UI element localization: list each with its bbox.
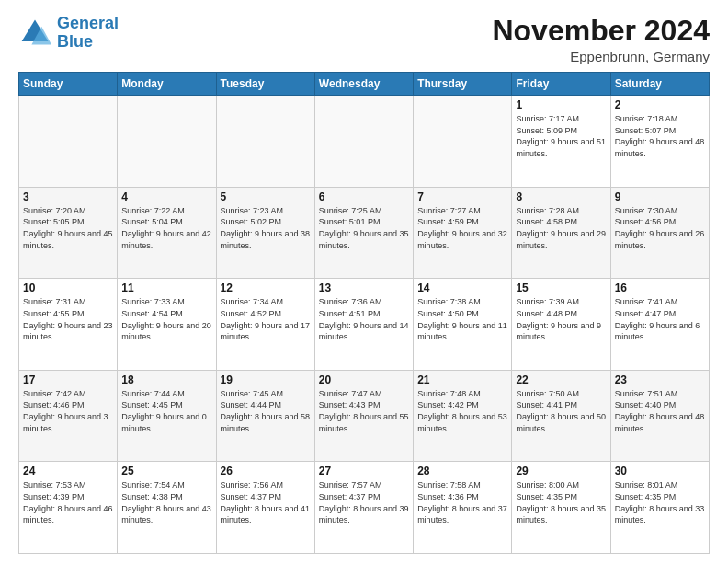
calendar-cell: 28Sunrise: 7:58 AM Sunset: 4:36 PM Dayli… [414,462,512,554]
day-info: Sunrise: 7:28 AM Sunset: 4:58 PM Dayligh… [516,205,606,251]
calendar-cell [19,96,118,188]
day-info: Sunrise: 7:23 AM Sunset: 5:02 PM Dayligh… [221,205,311,251]
calendar-cell: 9Sunrise: 7:30 AM Sunset: 4:56 PM Daylig… [610,187,709,279]
day-number: 12 [221,282,311,294]
day-info: Sunrise: 7:44 AM Sunset: 4:45 PM Dayligh… [121,388,211,434]
calendar-cell: 16Sunrise: 7:41 AM Sunset: 4:47 PM Dayli… [610,279,709,371]
subtitle: Eppenbrunn, Germany [492,49,710,64]
calendar-week-row: 17Sunrise: 7:42 AM Sunset: 4:46 PM Dayli… [19,370,710,462]
calendar-cell: 4Sunrise: 7:22 AM Sunset: 5:04 PM Daylig… [118,187,216,279]
header: General Blue November 2024 Eppenbrunn, G… [18,15,710,64]
day-info: Sunrise: 7:36 AM Sunset: 4:51 PM Dayligh… [319,296,409,342]
calendar-cell [216,96,314,188]
calendar-cell: 5Sunrise: 7:23 AM Sunset: 5:02 PM Daylig… [216,187,314,279]
calendar-cell: 18Sunrise: 7:44 AM Sunset: 4:45 PM Dayli… [118,370,216,462]
calendar-week-row: 3Sunrise: 7:20 AM Sunset: 5:05 PM Daylig… [19,187,710,279]
calendar-cell: 7Sunrise: 7:27 AM Sunset: 4:59 PM Daylig… [414,187,512,279]
day-info: Sunrise: 7:17 AM Sunset: 5:09 PM Dayligh… [516,113,606,159]
day-number: 13 [319,282,409,294]
weekday-header: Sunday [19,73,118,96]
day-number: 4 [121,190,211,203]
weekday-header: Friday [512,73,610,96]
calendar-week-row: 1Sunrise: 7:17 AM Sunset: 5:09 PM Daylig… [19,96,710,188]
weekday-header: Tuesday [216,73,314,96]
calendar-cell [314,96,413,188]
calendar-cell: 21Sunrise: 7:48 AM Sunset: 4:42 PM Dayli… [414,370,512,462]
main-title: November 2024 [492,15,710,47]
page: General Blue November 2024 Eppenbrunn, G… [0,0,728,563]
day-info: Sunrise: 7:20 AM Sunset: 5:05 PM Dayligh… [23,205,113,251]
logo-icon [18,17,51,50]
day-info: Sunrise: 8:00 AM Sunset: 4:35 PM Dayligh… [516,479,606,525]
calendar-cell: 23Sunrise: 7:51 AM Sunset: 4:40 PM Dayli… [610,370,709,462]
day-info: Sunrise: 7:22 AM Sunset: 5:04 PM Dayligh… [121,205,211,251]
weekday-header: Wednesday [314,73,413,96]
day-info: Sunrise: 7:53 AM Sunset: 4:39 PM Dayligh… [23,479,113,525]
day-number: 28 [417,465,507,477]
day-info: Sunrise: 7:45 AM Sunset: 4:44 PM Dayligh… [221,388,311,434]
calendar-cell: 14Sunrise: 7:38 AM Sunset: 4:50 PM Dayli… [414,279,512,371]
title-block: November 2024 Eppenbrunn, Germany [492,15,710,64]
day-info: Sunrise: 7:31 AM Sunset: 4:55 PM Dayligh… [23,296,113,342]
calendar-cell: 3Sunrise: 7:20 AM Sunset: 5:05 PM Daylig… [19,187,118,279]
day-number: 21 [417,373,507,386]
calendar-cell: 2Sunrise: 7:18 AM Sunset: 5:07 PM Daylig… [610,96,709,188]
day-number: 23 [615,373,705,386]
day-info: Sunrise: 7:56 AM Sunset: 4:37 PM Dayligh… [221,479,311,525]
day-number: 24 [23,465,113,477]
weekday-header: Saturday [610,73,709,96]
calendar-cell: 10Sunrise: 7:31 AM Sunset: 4:55 PM Dayli… [19,279,118,371]
day-number: 8 [516,190,606,203]
day-info: Sunrise: 7:42 AM Sunset: 4:46 PM Dayligh… [23,388,113,434]
day-number: 22 [516,373,606,386]
day-number: 18 [121,373,211,386]
calendar-cell: 30Sunrise: 8:01 AM Sunset: 4:35 PM Dayli… [610,462,709,554]
day-number: 2 [615,98,705,111]
day-info: Sunrise: 7:38 AM Sunset: 4:50 PM Dayligh… [417,296,507,342]
day-info: Sunrise: 7:51 AM Sunset: 4:40 PM Dayligh… [615,388,705,434]
day-info: Sunrise: 7:54 AM Sunset: 4:38 PM Dayligh… [121,479,211,525]
day-info: Sunrise: 7:33 AM Sunset: 4:54 PM Dayligh… [121,296,211,342]
logo-text: General Blue [57,15,119,52]
day-info: Sunrise: 7:41 AM Sunset: 4:47 PM Dayligh… [615,296,705,342]
calendar-cell: 17Sunrise: 7:42 AM Sunset: 4:46 PM Dayli… [19,370,118,462]
day-number: 19 [221,373,311,386]
day-info: Sunrise: 7:27 AM Sunset: 4:59 PM Dayligh… [417,205,507,251]
calendar-header-row: SundayMondayTuesdayWednesdayThursdayFrid… [19,73,710,96]
day-info: Sunrise: 7:58 AM Sunset: 4:36 PM Dayligh… [417,479,507,525]
day-number: 20 [319,373,409,386]
day-info: Sunrise: 7:50 AM Sunset: 4:41 PM Dayligh… [516,388,606,434]
calendar-cell: 27Sunrise: 7:57 AM Sunset: 4:37 PM Dayli… [314,462,413,554]
day-number: 16 [615,282,705,294]
logo: General Blue [18,15,119,52]
day-info: Sunrise: 7:25 AM Sunset: 5:01 PM Dayligh… [319,205,409,251]
calendar-table: SundayMondayTuesdayWednesdayThursdayFrid… [18,72,710,554]
logo-line2: Blue [57,32,93,51]
calendar-cell: 29Sunrise: 8:00 AM Sunset: 4:35 PM Dayli… [512,462,610,554]
calendar-cell: 8Sunrise: 7:28 AM Sunset: 4:58 PM Daylig… [512,187,610,279]
calendar-cell: 22Sunrise: 7:50 AM Sunset: 4:41 PM Dayli… [512,370,610,462]
day-info: Sunrise: 7:34 AM Sunset: 4:52 PM Dayligh… [221,296,311,342]
weekday-header: Monday [118,73,216,96]
calendar-cell: 6Sunrise: 7:25 AM Sunset: 5:01 PM Daylig… [314,187,413,279]
day-info: Sunrise: 7:39 AM Sunset: 4:48 PM Dayligh… [516,296,606,342]
day-number: 30 [615,465,705,477]
day-number: 6 [319,190,409,203]
calendar-cell: 13Sunrise: 7:36 AM Sunset: 4:51 PM Dayli… [314,279,413,371]
day-number: 5 [221,190,311,203]
weekday-header: Thursday [414,73,512,96]
day-number: 29 [516,465,606,477]
day-info: Sunrise: 8:01 AM Sunset: 4:35 PM Dayligh… [615,479,705,525]
calendar-cell: 12Sunrise: 7:34 AM Sunset: 4:52 PM Dayli… [216,279,314,371]
calendar-cell: 11Sunrise: 7:33 AM Sunset: 4:54 PM Dayli… [118,279,216,371]
day-number: 15 [516,282,606,294]
day-number: 10 [23,282,113,294]
logo-line1: General [57,14,119,32]
calendar-cell: 20Sunrise: 7:47 AM Sunset: 4:43 PM Dayli… [314,370,413,462]
calendar-cell [414,96,512,188]
calendar-cell: 24Sunrise: 7:53 AM Sunset: 4:39 PM Dayli… [19,462,118,554]
day-number: 26 [221,465,311,477]
calendar-cell: 25Sunrise: 7:54 AM Sunset: 4:38 PM Dayli… [118,462,216,554]
calendar-cell: 1Sunrise: 7:17 AM Sunset: 5:09 PM Daylig… [512,96,610,188]
calendar-week-row: 24Sunrise: 7:53 AM Sunset: 4:39 PM Dayli… [19,462,710,554]
